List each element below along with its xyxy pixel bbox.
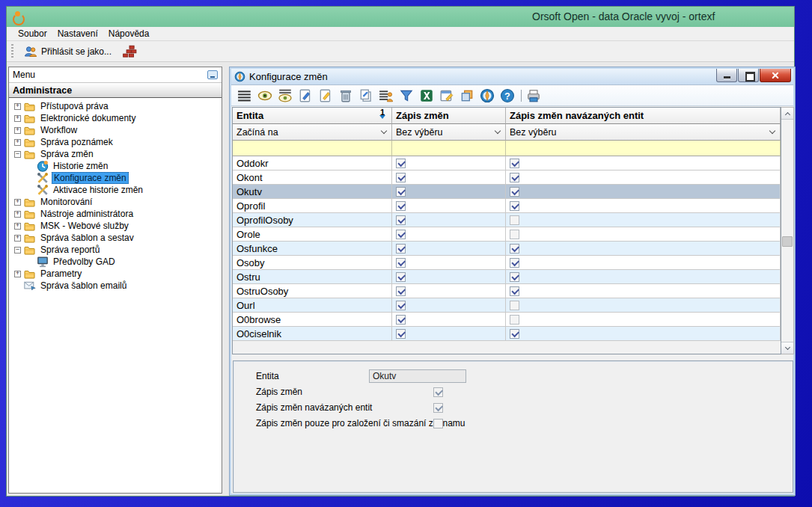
tree-item-spr-va-zm-n[interactable]: −Správa změn [9,148,222,160]
table-row-oprofil[interactable]: Oprofil [233,199,781,213]
menu-n-pov-da[interactable]: Nápověda [103,27,155,40]
expand-plus-icon[interactable]: + [14,139,21,146]
scroll-down-button[interactable] [781,342,793,354]
login-as-button[interactable]: Přihlásit se jako... [19,43,116,61]
tree-item-aktivace-historie-zm-n[interactable]: Aktivace historie změn [9,184,222,196]
table-row-okont[interactable]: Okont [233,170,781,185]
collapse-panel-button[interactable] [207,70,218,79]
collapse-minus-icon[interactable]: − [14,151,21,158]
checkbox-zapis-navazanych[interactable] [510,173,519,182]
close-button[interactable] [760,69,791,82]
checkbox-zapis-zmen[interactable] [396,329,406,339]
column-header-zapis-navazanych[interactable]: Zápis změn navázaných entit [506,108,781,124]
column-settings-icon[interactable] [379,88,394,103]
checkbox-zapis-zmen[interactable] [396,159,406,168]
detail-checkbox-z-pis-zm-n[interactable] [433,387,443,397]
tree-item-spr-va-pozn-mek[interactable]: +Správa poznámek [9,136,222,148]
menu-soubor[interactable]: Soubor [13,27,52,40]
checkbox-zapis-zmen[interactable] [396,301,406,310]
checkbox-zapis-navazanych[interactable] [510,244,519,254]
detail-entita-field[interactable]: Okutv [369,369,466,383]
checkbox-zapis-navazanych[interactable] [510,301,519,310]
scroll-up-button[interactable] [781,108,793,120]
tree-item-workflow[interactable]: +Workflow [9,124,222,136]
checkbox-zapis-zmen[interactable] [396,244,406,254]
help-icon[interactable]: ? [500,88,515,103]
expand-plus-icon[interactable]: + [14,223,21,230]
detail-checkbox-z-pis-zm-n-nav-zan-ch-entit[interactable] [433,403,443,413]
expand-plus-icon[interactable]: + [14,127,21,134]
tree-item-n-stroje-administr-tora[interactable]: +Nástroje administrátora [9,208,222,220]
table-row-orole[interactable]: Orole [233,227,781,242]
checkbox-zapis-navazanych[interactable] [510,230,519,239]
related-windows-icon[interactable] [460,88,474,103]
filter-dropdown-zapis-navazanych[interactable]: Bez výběru [506,124,781,141]
checkbox-zapis-zmen[interactable] [396,272,406,282]
checkbox-zapis-zmen[interactable] [396,215,406,225]
table-row-ostruosoby[interactable]: OstruOsoby [233,284,781,298]
checkbox-zapis-zmen[interactable] [396,286,406,296]
checkbox-zapis-navazanych[interactable] [510,286,519,296]
checkbox-zapis-navazanych[interactable] [510,329,519,339]
tree-item-spr-va-report[interactable]: −Správa reportů [9,244,222,256]
tree-item-msk-webov-slu-by[interactable]: +MSK - Webové služby [9,220,222,232]
maximize-button[interactable] [738,69,759,82]
tree-item-spr-va-ablon-a-sestav[interactable]: +Správa šablon a sestav [9,232,222,244]
table-row-o0browse[interactable]: O0browse [233,313,781,327]
detail-checkbox-z-pis-zm-n-pouze-pro-zalo-en-i-smaz-n-z-znamu[interactable] [433,419,443,428]
table-row-o0ciselnik[interactable]: O0ciselnik [233,327,781,341]
print-icon[interactable] [526,88,541,103]
expand-plus-icon[interactable]: + [14,115,21,122]
checkbox-zapis-zmen[interactable] [396,230,406,239]
column-header-zapis-zmen[interactable]: Zápis změn [392,108,506,124]
expand-plus-icon[interactable]: + [14,211,21,218]
checkbox-zapis-navazanych[interactable] [510,315,519,325]
minimize-button[interactable] [716,69,737,82]
delete-record-icon[interactable] [338,88,353,103]
column-header-entita[interactable]: Entita 1 [233,108,392,124]
tree-item-parametry[interactable]: +Parametry [9,268,222,280]
checkbox-zapis-zmen[interactable] [396,173,406,182]
checkbox-zapis-navazanych[interactable] [510,258,519,268]
tree-item-konfigurace-zm-n[interactable]: Konfigurace změn [9,172,222,184]
tree-item-p-stupov-pr-va[interactable]: +Přístupová práva [9,100,222,112]
calendar-edit-icon[interactable] [439,88,454,103]
filter-icon[interactable] [399,88,414,103]
expand-plus-icon[interactable]: + [14,235,21,242]
expand-plus-icon[interactable]: + [14,199,21,206]
filter-dropdown-entita[interactable]: Začíná na [233,124,392,141]
checkbox-zapis-navazanych[interactable] [510,159,519,168]
checkbox-zapis-navazanych[interactable] [510,187,519,197]
checkbox-zapis-navazanych[interactable] [510,201,519,211]
checkbox-zapis-zmen[interactable] [396,201,406,211]
filter-input-entita[interactable] [233,141,392,156]
tree-item-monitorov-n[interactable]: +Monitorování [9,196,222,208]
expand-plus-icon[interactable]: + [14,271,21,277]
table-row-ourl[interactable]: Ourl [233,298,781,313]
table-row-oprofilosoby[interactable]: OprofilOsoby [233,213,781,227]
toolbar-grip[interactable] [11,44,13,59]
table-row-okutv[interactable]: Okutv [233,185,781,199]
table-row-osfunkce[interactable]: Osfunkce [233,242,781,256]
vertical-scrollbar[interactable] [781,107,794,354]
filter-input-zapis-navazanych[interactable] [506,141,781,156]
checkbox-zapis-zmen[interactable] [396,187,406,197]
table-row-osoby[interactable]: Osoby [233,256,781,270]
checkbox-zapis-zmen[interactable] [396,315,406,325]
checkbox-zapis-navazanych[interactable] [510,272,519,282]
navigator-icon[interactable] [480,88,495,103]
checkbox-zapis-zmen[interactable] [396,258,406,268]
filter-dropdown-zapis-zmen[interactable]: Bez výběru [392,124,506,141]
checkbox-zapis-navazanych[interactable] [510,215,519,225]
collapse-minus-icon[interactable]: − [14,247,21,254]
table-row-oddokr[interactable]: Oddokr [233,156,781,170]
excel-export-icon[interactable] [419,88,434,103]
copy-record-icon[interactable] [358,88,373,103]
tree-item-elektronick-dokumenty[interactable]: +Elektronické dokumenty [9,112,222,124]
expand-plus-icon[interactable]: + [14,103,21,110]
edit-record-icon[interactable] [318,88,333,103]
new-record-icon[interactable] [298,88,313,103]
menu-nastaven[interactable]: Nastavení [52,27,103,40]
tree-item-p-edvolby-gad[interactable]: Předvolby GAD [9,256,222,268]
scrollbar-thumb[interactable] [782,236,793,247]
